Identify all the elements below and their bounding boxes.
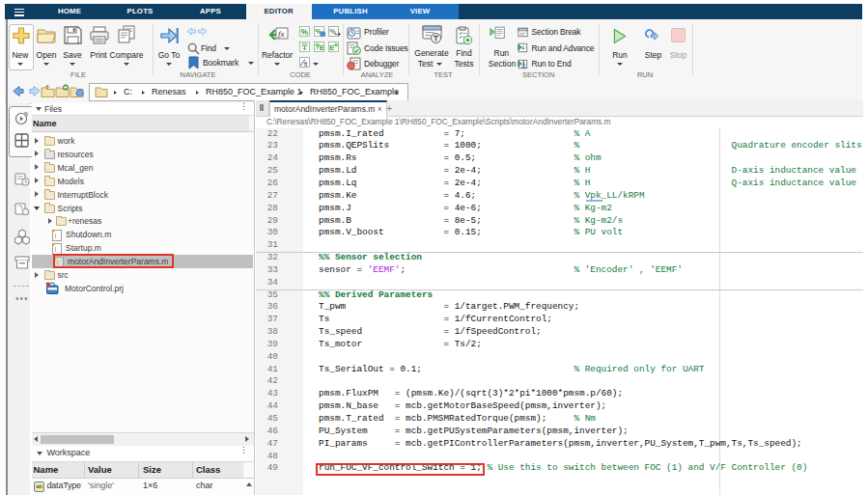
svg-text:%: %: [301, 27, 309, 37]
svg-text:fi: fi: [304, 61, 307, 68]
svg-text:E: E: [329, 43, 334, 52]
svg-text:E: E: [320, 43, 324, 52]
svg-text:fx: fx: [278, 29, 285, 39]
